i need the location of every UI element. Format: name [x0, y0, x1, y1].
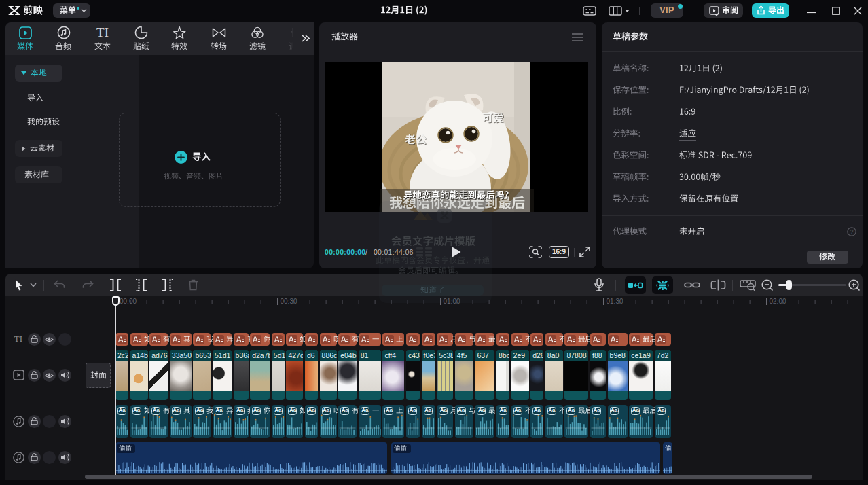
- svg-text:?: ?: [850, 228, 854, 235]
